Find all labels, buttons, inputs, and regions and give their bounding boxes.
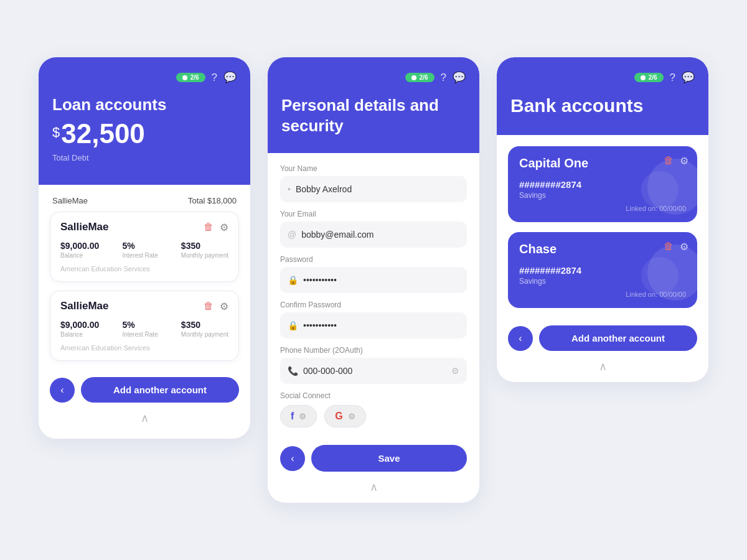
- card-2-actions: 🗑 ⚙: [204, 301, 228, 312]
- account-card-2-header: SallieMae 🗑 ⚙: [60, 300, 228, 312]
- email-input[interactable]: [301, 230, 459, 240]
- loan-subtitle: Total Debt: [52, 153, 237, 162]
- bank-card-2-circle2: [641, 257, 679, 294]
- rate-label-2: Interest Rate: [122, 331, 157, 338]
- password-field-label: Password: [280, 255, 467, 264]
- chat-icon-3[interactable]: 💬: [682, 71, 695, 84]
- back-button-2[interactable]: ‹: [280, 446, 305, 471]
- settings-account-2-icon[interactable]: ⚙: [220, 301, 228, 312]
- name-user-icon: •: [288, 184, 291, 194]
- loan-body: SallieMae Total $18,000 SallieMae 🗑 ⚙ $9…: [39, 185, 250, 439]
- back-button-1[interactable]: ‹: [50, 378, 75, 403]
- toggle-pill: 2/6: [176, 73, 205, 82]
- bank-card-1-actions: 🗑 ⚙: [664, 155, 688, 167]
- personal-details-screen: 2/6 ? 💬 Personal details and security Yo…: [268, 57, 479, 503]
- loan-header: 2/6 ? 💬 Loan accounts $ 32,500 Total Deb…: [39, 57, 250, 185]
- account-1-provider: American Education Services: [60, 265, 228, 273]
- bank-body: 🗑 ⚙ Capital One ########2874 Savings Lin…: [497, 135, 708, 382]
- delete-bank-card-2-icon[interactable]: 🗑: [664, 241, 674, 253]
- delete-account-1-icon[interactable]: 🗑: [204, 222, 214, 233]
- amount-value: 32,500: [61, 118, 145, 149]
- password-lock-icon: 🔒: [288, 275, 298, 285]
- account-2-provider: American Education Services: [60, 344, 228, 352]
- bank-card-2-actions: 🗑 ⚙: [664, 241, 688, 253]
- facebook-connect-button[interactable]: f ⚙: [280, 405, 317, 427]
- balance-label-2: Balance: [60, 331, 99, 338]
- toggle-dot-3: [641, 75, 646, 80]
- toggle-label: 2/6: [190, 74, 199, 81]
- personal-title: Personal details and security: [281, 95, 466, 136]
- bank-card-1-number: ########2874: [519, 179, 686, 190]
- google-icon: G: [335, 411, 342, 422]
- screen3-bottom-actions: ‹ Add another account: [508, 318, 697, 355]
- account-1-name: SallieMae: [60, 221, 109, 233]
- loan-amount: $ 32,500: [52, 118, 237, 149]
- chevron-up-1[interactable]: ∧: [50, 406, 239, 427]
- phone-settings-icon[interactable]: ⚙: [451, 366, 459, 376]
- bank-card-2: 🗑 ⚙ Chase ########2874 Savings Linked on…: [508, 232, 697, 308]
- settings-bank-card-2-icon[interactable]: ⚙: [680, 241, 688, 253]
- phone-field-label: Phone Number (2OAuth): [280, 346, 467, 355]
- chevron-up-2[interactable]: ∧: [280, 475, 467, 497]
- balance-stat: $9,000.00 Balance: [60, 241, 99, 259]
- toggle-dot-2: [411, 75, 416, 80]
- chevron-up-3[interactable]: ∧: [508, 355, 697, 376]
- screen2-bottom-actions: ‹ Save: [280, 437, 467, 475]
- account-2-name: SallieMae: [60, 300, 109, 312]
- confirm-field-label: Confirm Password: [280, 301, 467, 309]
- add-account-button-1[interactable]: Add another account: [81, 377, 239, 403]
- phone-input-wrapper: 📞 ⚙: [280, 358, 467, 384]
- rate-stat: 5% Interest Rate: [122, 241, 157, 259]
- delete-account-2-icon[interactable]: 🗑: [204, 301, 214, 312]
- google-gear-icon: ⚙: [348, 412, 355, 421]
- payment-value: $350: [181, 241, 228, 251]
- card-1-actions: 🗑 ⚙: [204, 222, 228, 233]
- settings-account-1-icon[interactable]: ⚙: [220, 222, 228, 233]
- question-icon-2[interactable]: ?: [441, 72, 446, 84]
- personal-header-top: 2/6 ? 💬: [281, 71, 466, 84]
- balance-value: $9,000.00: [60, 241, 99, 251]
- name-input[interactable]: [296, 184, 459, 194]
- bank-accounts-screen: 2/6 ? 💬 Bank accounts 🗑 ⚙ Capital One ##…: [497, 57, 708, 382]
- payment-label-2: Monthly payment: [181, 331, 228, 338]
- add-bank-account-button[interactable]: Add another account: [539, 325, 697, 351]
- password-input[interactable]: [303, 275, 459, 285]
- name-input-wrapper: •: [280, 176, 467, 202]
- payment-stat: $350 Monthly payment: [181, 241, 228, 259]
- social-connect-label: Social Connect: [280, 391, 467, 400]
- toggle-pill-2: 2/6: [405, 73, 435, 82]
- question-icon-3[interactable]: ?: [670, 72, 675, 84]
- toggle-dot: [182, 75, 187, 80]
- chat-icon-2[interactable]: 💬: [453, 71, 466, 84]
- rate-value-2: 5%: [122, 320, 157, 330]
- phone-input[interactable]: [303, 366, 446, 376]
- phone-icon: 📞: [288, 366, 298, 376]
- bank-title: Bank accounts: [510, 95, 695, 116]
- header-top-row: 2/6 ? 💬: [52, 71, 237, 84]
- question-icon[interactable]: ?: [212, 72, 217, 84]
- section-name: SallieMae: [52, 196, 88, 205]
- bank-header-top: 2/6 ? 💬: [510, 71, 695, 84]
- google-connect-button[interactable]: G ⚙: [324, 405, 365, 427]
- balance-stat-2: $9,000.00 Balance: [60, 320, 99, 338]
- balance-value-2: $9,000.00: [60, 320, 99, 330]
- facebook-icon: f: [291, 411, 294, 422]
- bank-card-1-circle2: [641, 171, 679, 208]
- rate-label: Interest Rate: [122, 252, 157, 259]
- confirm-lock-icon: 🔒: [288, 320, 298, 330]
- bank-card-2-number: ########2874: [519, 265, 686, 276]
- email-input-wrapper: @: [280, 222, 467, 248]
- delete-bank-card-1-icon[interactable]: 🗑: [664, 155, 674, 167]
- section-total: Total $18,000: [188, 196, 237, 205]
- account-2-stats: $9,000.00 Balance 5% Interest Rate $350 …: [60, 320, 228, 338]
- settings-bank-card-1-icon[interactable]: ⚙: [680, 155, 688, 167]
- account-card-1: SallieMae 🗑 ⚙ $9,000.00 Balance 5% Inter…: [50, 212, 239, 282]
- back-button-3[interactable]: ‹: [508, 326, 533, 351]
- bank-header: 2/6 ? 💬 Bank accounts: [497, 57, 708, 135]
- personal-header: 2/6 ? 💬 Personal details and security: [268, 57, 479, 153]
- confirm-input[interactable]: [303, 320, 459, 330]
- account-card-2: SallieMae 🗑 ⚙ $9,000.00 Balance 5% Inter…: [50, 291, 239, 361]
- save-button[interactable]: Save: [311, 445, 467, 472]
- chat-icon[interactable]: 💬: [223, 71, 237, 84]
- email-field-label: Your Email: [280, 210, 467, 218]
